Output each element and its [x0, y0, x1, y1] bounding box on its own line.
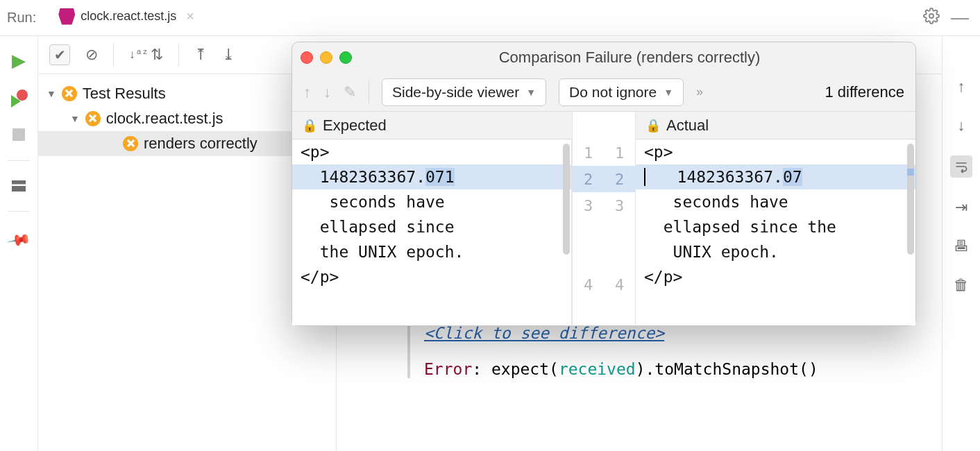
viewer-mode-label: Side-by-side viewer: [392, 84, 519, 101]
actual-label: Actual: [666, 117, 709, 135]
tab-clock-test[interactable]: clock.react.test.js ×: [49, 0, 204, 35]
edit-icon[interactable]: ✎: [344, 83, 356, 101]
close-window-icon[interactable]: [301, 51, 313, 64]
run-label: Run:: [7, 10, 36, 26]
next-diff-icon[interactable]: ↓: [323, 83, 331, 101]
expected-pane: 🔒 Expected <p> 1482363367.071 seconds ha…: [292, 112, 572, 325]
line-numbers: 11 22 33 44: [572, 112, 636, 325]
status-failed-icon: [85, 111, 101, 126]
expected-label: Expected: [323, 117, 387, 135]
show-ignored-toggle[interactable]: ⊘: [85, 46, 98, 64]
zoom-window-icon[interactable]: [339, 51, 352, 64]
panel-tabs: Run: clock.react.test.js × —: [0, 0, 980, 36]
status-failed-icon: [123, 136, 138, 151]
print-icon[interactable]: 🖶: [954, 237, 969, 255]
chevron-down-icon: ▼: [526, 87, 536, 98]
ignore-mode-label: Do not ignore: [569, 84, 657, 101]
tree-file-label: clock.react.test.js: [106, 110, 223, 128]
minimize-window-icon[interactable]: [320, 51, 332, 64]
chevron-down-icon[interactable]: ▼: [47, 88, 56, 99]
soft-wrap-icon[interactable]: [950, 155, 972, 178]
dialog-title: Comparison Failure (renders correctly): [352, 49, 907, 67]
lock-icon: 🔒: [302, 118, 317, 133]
lock-icon: 🔒: [645, 118, 661, 133]
sort-duration-icon[interactable]: ⇅: [151, 46, 163, 64]
svg-point-0: [929, 14, 933, 18]
stop-button[interactable]: [12, 128, 25, 141]
run-gutter: ▶ 📌: [0, 36, 38, 451]
scroll-to-end-icon[interactable]: ⇥: [955, 198, 968, 216]
chevron-down-icon: ▼: [664, 87, 673, 98]
error-line: Error: expect(received).toMatchSnapshot(…: [424, 360, 942, 378]
run-button[interactable]: ▶: [12, 50, 26, 71]
pin-icon[interactable]: 📌: [6, 228, 31, 253]
see-difference-link[interactable]: <Click to see difference>: [424, 324, 664, 342]
sort-alpha-icon[interactable]: [129, 47, 135, 62]
actual-code[interactable]: <p> 1482363367.07 seconds have ellapsed …: [636, 139, 915, 325]
expected-code[interactable]: <p> 1482363367.071 seconds have ellapsed…: [292, 139, 572, 325]
jest-icon: [58, 8, 75, 25]
close-icon[interactable]: ×: [186, 8, 194, 24]
viewer-mode-select[interactable]: Side-by-side viewer ▼: [382, 78, 546, 106]
scrollbar[interactable]: [563, 144, 570, 255]
actual-pane: 🔒 Actual <p> 1482363367.07 seconds have …: [636, 112, 915, 325]
layout-icon[interactable]: [12, 180, 26, 192]
up-arrow-icon[interactable]: ↑: [958, 78, 965, 96]
gear-icon[interactable]: [923, 8, 940, 28]
comparison-dialog: Comparison Failure (renders correctly) ↑…: [292, 42, 916, 326]
minimize-icon[interactable]: —: [951, 7, 969, 28]
tab-title: clock.react.test.js: [81, 9, 176, 24]
show-passed-toggle[interactable]: ✔: [49, 44, 70, 65]
debug-button[interactable]: [10, 91, 28, 109]
expand-all-icon[interactable]: ⤒: [194, 46, 207, 64]
tree-test-label: renders correctly: [144, 135, 257, 153]
diff-marker[interactable]: [907, 169, 914, 176]
difference-count: 1 difference: [825, 83, 904, 101]
prev-diff-icon[interactable]: ↑: [303, 83, 311, 101]
collapse-all-icon[interactable]: ⤓: [222, 46, 235, 64]
status-failed-icon: [62, 86, 77, 101]
console-gutter: ↑ ↓ ⇥ 🖶 🗑: [942, 36, 980, 451]
trash-icon[interactable]: 🗑: [954, 276, 969, 294]
dialog-titlebar[interactable]: Comparison Failure (renders correctly): [292, 42, 915, 73]
tree-root-label: Test Results: [83, 85, 166, 103]
down-arrow-icon[interactable]: ↓: [958, 117, 965, 135]
chevron-down-icon[interactable]: ▼: [70, 113, 80, 124]
ignore-mode-select[interactable]: Do not ignore ▼: [559, 78, 684, 106]
dialog-toolbar: ↑ ↓ ✎ Side-by-side viewer ▼ Do not ignor…: [292, 73, 915, 112]
more-icon[interactable]: »: [696, 85, 703, 99]
